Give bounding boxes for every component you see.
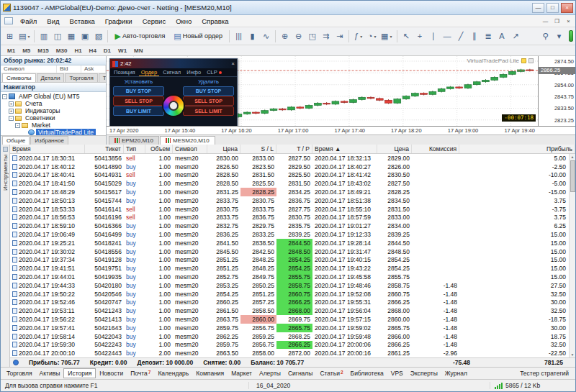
- scroll-down-icon[interactable]: ▼: [571, 352, 575, 357]
- navigator-tab-common[interactable]: Общие: [2, 136, 30, 145]
- chart-tab-epm20[interactable]: EPM20,M10: [109, 136, 159, 145]
- zoom-in-button[interactable]: ⊕: [278, 29, 292, 43]
- chart-shift-button[interactable]: ⇥: [333, 29, 346, 43]
- tree-expander-icon[interactable]: -: [9, 116, 14, 121]
- col-sl[interactable]: S / L: [240, 145, 276, 153]
- maximize-button[interactable]: □: [546, 3, 559, 13]
- navigator-tab-favorites[interactable]: Избранное: [30, 136, 68, 145]
- vtp-title-bar[interactable]: 2:42 ×: [110, 59, 237, 68]
- chart-canvas[interactable]: 2874.502864.252854.002843.752833.502823.…: [107, 56, 575, 126]
- toolbox-tab-trade[interactable]: Торговля: [3, 368, 36, 378]
- toolbox-tab-alerts[interactable]: Алерты: [256, 368, 284, 378]
- tree-item-virtualtradepad[interactable]: VirtualTradePad Lite: [1, 129, 106, 135]
- auto-trading-button[interactable]: ▶Авто-торговля: [110, 29, 169, 43]
- timeframe-m1[interactable]: M1: [4, 47, 19, 55]
- timeframe-m15[interactable]: M15: [34, 47, 53, 55]
- table-row[interactable]: 2020.04.17 18:41:5050415029buy1.00mesm20…: [10, 179, 575, 188]
- mw-tab-trading[interactable]: Торговля: [65, 73, 97, 82]
- timeframe-h4[interactable]: H4: [86, 47, 100, 55]
- profiles-button[interactable]: ▤▾: [17, 29, 32, 43]
- table-row[interactable]: 2020.04.17 19:37:3450419128buy1.00mesm20…: [10, 256, 575, 265]
- col-ticket[interactable]: Тикет: [85, 145, 124, 153]
- table-row[interactable]: 2020.04.17 20:00:1050422443buy2.00mesm20…: [10, 349, 575, 357]
- vertical-line-button[interactable]: ∣: [427, 29, 441, 43]
- cursor-button[interactable]: ↖: [400, 29, 413, 43]
- tree-item-accounts[interactable]: +Счета: [1, 100, 106, 107]
- vtp-close-icon[interactable]: ×: [231, 60, 235, 67]
- table-row[interactable]: 2020.04.17 18:59:1050416366buy1.00mesm20…: [10, 222, 575, 230]
- time-axis[interactable]: 17 Apr 202017 Apr 15:4017 Apr 16:2017 Ap…: [107, 126, 575, 135]
- table-row[interactable]: 2020.04.17 19:25:2150418241buy1.00mesm20…: [10, 239, 575, 247]
- new-order-button[interactable]: ▤Новый ордер: [169, 29, 227, 43]
- channel-button[interactable]: ∥: [468, 29, 482, 43]
- child-restore-button[interactable]: ❐: [552, 17, 562, 25]
- scrollbar-thumb[interactable]: [570, 160, 575, 192]
- table-row[interactable]: 2020.04.17 19:59:3050422243buy1.00mesm20…: [10, 341, 575, 350]
- table-row[interactable]: 2020.04.17 19:52:4650420747buy1.00mesm20…: [10, 298, 575, 307]
- table-row[interactable]: 2020.04.17 19:57:4150421643buy1.00mesm20…: [10, 324, 575, 332]
- toolbox-tab-signals[interactable]: Сигналы: [284, 368, 316, 378]
- toolbox-side-strip[interactable]: Инструменты: [1, 145, 10, 367]
- search-button[interactable]: ⚲: [539, 29, 552, 43]
- table-row[interactable]: 2020.04.17 19:41:5150419751buy1.00mesm20…: [10, 264, 575, 273]
- vtp-del-sell-stop-button[interactable]: SELL STOP: [183, 96, 234, 106]
- table-row[interactable]: 2020.04.17 19:53:1150421243buy1.00mesm20…: [10, 306, 575, 315]
- toolbox-tab-experts[interactable]: Эксперты: [407, 368, 441, 378]
- indicators-button[interactable]: ƒ▾: [351, 29, 365, 43]
- chart-tab-mesm20[interactable]: MESM20,M10: [160, 136, 215, 145]
- mw-tab-symbols[interactable]: Символы: [2, 73, 36, 82]
- table-row[interactable]: 2020.04.17 19:50:2250420546buy1.00mesm20…: [10, 290, 575, 298]
- toolbox-tab-assets[interactable]: Активы: [36, 368, 64, 378]
- child-close-button[interactable]: ×: [563, 17, 574, 25]
- autoscroll-button[interactable]: ⇉: [319, 29, 333, 43]
- toolbox-button[interactable]: ▣: [78, 29, 91, 43]
- market-watch-header[interactable]: Обзор рынка: 20:02:42: [1, 56, 106, 65]
- chart-system-menu-icon[interactable]: [4, 17, 13, 24]
- col-profit[interactable]: Прибыль: [459, 145, 575, 153]
- col-time-close[interactable]: Время ▲: [312, 145, 377, 153]
- vtp-del-buy-stop-button[interactable]: BUY STOP: [183, 86, 234, 96]
- mw-column-1[interactable]: Bid: [57, 65, 81, 73]
- menu-file[interactable]: Файл: [15, 16, 42, 27]
- menu-insert[interactable]: Вставка: [65, 16, 100, 27]
- vtp-tab-order[interactable]: Ордер: [139, 69, 160, 76]
- vtp-set-sell-stop-button[interactable]: SELL STOP: [113, 96, 164, 106]
- table-row[interactable]: 2020.04.17 18:56:5350416196sell1.00mesm2…: [10, 214, 575, 222]
- title-bar[interactable]: 1139047 - AMPGlobal(EU)-Demo: Демо-счет …: [1, 1, 575, 15]
- tile-windows-button[interactable]: ◳: [305, 29, 319, 43]
- toolbox-tab-market[interactable]: Маркет: [228, 368, 256, 378]
- fibonacci-button[interactable]: ≣: [482, 29, 495, 43]
- scroll-up-icon[interactable]: ▲: [571, 154, 575, 160]
- crosshair-button[interactable]: +: [413, 29, 427, 43]
- periods-button[interactable]: ◔▾: [365, 29, 379, 43]
- candle-chart-button[interactable]: ▮: [246, 29, 259, 43]
- table-row[interactable]: 2020.04.17 19:44:0150419935buy1.00mesm20…: [10, 273, 575, 281]
- vtp-tab-info[interactable]: Инфо: [184, 69, 203, 76]
- tree-item-indicators[interactable]: +Индикаторы: [1, 107, 106, 114]
- col-symbol[interactable]: Символ: [173, 145, 207, 153]
- vtp-del-sell-limit-button[interactable]: SELL LIMIT: [183, 106, 234, 116]
- mw-tab-ticks[interactable]: Тики: [99, 73, 106, 82]
- col-price-close[interactable]: Цена: [377, 145, 412, 153]
- text-button[interactable]: A: [495, 29, 509, 43]
- bar-chart-button[interactable]: |||: [232, 29, 246, 43]
- table-row[interactable]: 2020.04.17 19:56:2250421413buy1.00mesm20…: [10, 315, 575, 324]
- col-time-open[interactable]: Время: [10, 145, 85, 153]
- new-chart-button[interactable]: ⊞: [3, 29, 17, 43]
- table-row[interactable]: 2020.04.17 18:50:1350415744buy1.00mesm20…: [10, 196, 575, 205]
- search-dropdown-button[interactable]: ▾: [552, 29, 566, 43]
- table-row[interactable]: 2020.04.17 19:06:4950416499buy1.00mesm20…: [10, 230, 575, 239]
- col-commission[interactable]: Комиссия: [412, 145, 459, 153]
- col-tp[interactable]: T / P: [276, 145, 312, 153]
- vtp-set-buy-stop-button[interactable]: BUY STOP: [113, 86, 164, 96]
- tree-expander-icon[interactable]: -: [2, 94, 7, 99]
- table-row[interactable]: 2020.04.17 18:48:2950415617buy1.00mesm20…: [10, 188, 575, 196]
- market-watch-button[interactable]: ▥: [37, 29, 50, 43]
- timeframe-m30[interactable]: M30: [53, 47, 71, 55]
- vtp-tab-signal[interactable]: Сигнал: [161, 69, 183, 76]
- tree-item-market[interactable]: -Market: [1, 122, 106, 129]
- mw-column-0[interactable]: Символ: [1, 65, 57, 73]
- vtp-tab-clp[interactable]: CLP: [204, 69, 224, 76]
- tree-item-broker[interactable]: -AMP Global (EU) MT5: [1, 93, 106, 100]
- templates-button[interactable]: ▦▾: [379, 29, 394, 43]
